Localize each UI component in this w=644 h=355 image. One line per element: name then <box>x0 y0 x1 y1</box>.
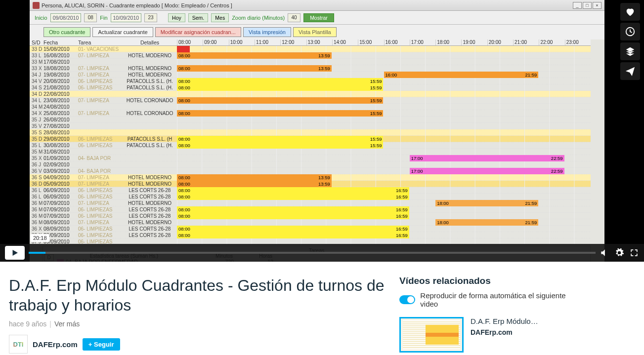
author-name[interactable]: DAFErp.com <box>33 340 78 349</box>
timeline-cell: 17:0022:59 <box>177 168 591 174</box>
schedule-row[interactable]: 35 V27/08/2010 <box>30 123 591 129</box>
timeline-hours: 08:0009:0010:0011:0012:0013:0014:0015:00… <box>177 39 591 45</box>
shift-bar[interactable]: 08:0016:59 <box>177 206 409 213</box>
schedule-row[interactable]: 33 L16/08/201007- LIMPIEZAHOTEL MODERNO0… <box>30 52 591 59</box>
autoplay-toggle[interactable] <box>399 295 415 304</box>
schedule-row[interactable]: 36 J02/09/2010 <box>30 161 591 168</box>
shift-bar[interactable]: 08:0016:59 <box>177 226 409 232</box>
tab-otro-cuadrante[interactable]: Otro cuadrante <box>43 27 90 37</box>
schedule-row[interactable]: 34 D22/08/2010 <box>30 91 591 97</box>
timeline-cell: 08:0015:59 <box>177 84 591 91</box>
shift-bar[interactable]: 08:0013:59 <box>177 181 332 187</box>
maximize-icon[interactable]: □ <box>583 2 592 9</box>
inicio-hour-select[interactable]: 08 <box>84 13 97 22</box>
schedule-row[interactable]: 35 D29/08/201006- LIMPIEZASPATACOLLS S.L… <box>30 136 591 142</box>
close-icon[interactable]: × <box>593 2 601 9</box>
watch-later-button[interactable] <box>620 23 640 40</box>
shift-bar[interactable]: 08:0016:59 <box>177 213 409 219</box>
shift-bar[interactable]: 08:0016:59 <box>177 232 409 238</box>
hoy-button[interactable]: Hoy <box>168 13 185 22</box>
shift-bar[interactable]: 08:0015:59 <box>177 142 383 149</box>
schedule-row[interactable]: 36 D05/09/201007- LIMPIEZAHOTEL MODERNO0… <box>30 181 591 187</box>
follow-button[interactable]: + Seguir <box>83 338 120 351</box>
tab-modificar[interactable]: Modificar asignación cuadran... <box>155 27 241 37</box>
collections-button[interactable] <box>620 42 640 60</box>
timeline-cell <box>177 104 591 110</box>
schedule-row[interactable]: 34 L23/08/201007- LIMPIEZAHOTEL CORONADO… <box>30 97 591 104</box>
tab-vista-plantilla[interactable]: Vista Plantilla <box>293 27 337 37</box>
schedule-row[interactable]: 36 V03/09/201004- BAJA POR17:0022:59 <box>30 168 591 174</box>
schedule-row[interactable]: 35 M31/08/2010 <box>30 149 591 155</box>
schedule-row[interactable]: 36 L06/09/201006- LIMPIEZASLES CORTS 26-… <box>30 187 591 194</box>
related-item[interactable]: D.A.F. Erp Módulo… DAFErp.com <box>399 317 577 353</box>
schedule-row[interactable]: 34 M24/08/2010 <box>30 104 591 110</box>
related-heading: Vídeos relacionados <box>399 276 577 286</box>
schedule-row[interactable]: 36 S04/09/201007- LIMPIEZAHOTEL MODERNO0… <box>30 174 591 181</box>
schedule-row[interactable]: 36 L06/09/201006- LIMPIEZASLES CORTS 26-… <box>30 194 591 200</box>
schedule-row[interactable]: 34 X25/08/201007- LIMPIEZAHOTEL CORONADO… <box>30 110 591 117</box>
schedule-row[interactable]: 36 M07/09/201006- LIMPIEZASLES CORTS 26-… <box>30 213 591 219</box>
shift-bar[interactable] <box>177 46 190 52</box>
shift-bar[interactable]: 08:0013:59 <box>177 65 332 72</box>
window-title: Persona, ALUCAI, SORIN - Cuadrante emple… <box>42 2 232 8</box>
shift-bar[interactable]: 08:0015:59 <box>177 136 383 142</box>
shift-bar[interactable]: 08:0013:59 <box>177 174 332 181</box>
shift-bar[interactable]: 17:0022:59 <box>410 168 564 174</box>
share-button[interactable] <box>620 62 640 80</box>
like-button[interactable] <box>620 3 640 21</box>
minimize-icon[interactable]: _ <box>573 2 582 9</box>
shift-bar[interactable]: 17:0022:59 <box>410 155 564 161</box>
col-tarea: Tarea <box>78 39 123 45</box>
mes-button[interactable]: Mes <box>211 13 229 22</box>
timeline-cell <box>177 117 591 123</box>
progress-bar[interactable] <box>29 252 596 254</box>
schedule-row[interactable]: 34 J19/08/201007- LIMPIEZAHOTEL MODERNO1… <box>30 72 591 78</box>
fin-hour-select[interactable]: 23 <box>144 13 157 22</box>
play-button[interactable] <box>5 246 25 260</box>
shift-bar[interactable]: 08:0015:59 <box>177 97 383 104</box>
shift-bar[interactable]: 08:0015:59 <box>177 84 383 91</box>
related-thumbnail <box>399 317 464 353</box>
schedule-row[interactable]: 36 X08/09/201006- LIMPIEZASLES CORTS 26-… <box>30 232 591 238</box>
schedule-row[interactable]: 36 M07/09/201007- LIMPIEZAHOTEL MODERNO1… <box>30 200 591 206</box>
shift-bar[interactable]: 18:0021:59 <box>435 219 538 226</box>
timeline-cell: 17:0022:59 <box>177 155 591 161</box>
tab-vista-impresion[interactable]: Vista impresión <box>243 27 291 37</box>
shift-bar[interactable]: 18:0021:59 <box>435 200 538 206</box>
shift-bar[interactable]: 08:0015:59 <box>177 110 383 117</box>
col-sd: S/D <box>30 39 43 45</box>
hour-label: 08:00 <box>177 39 203 45</box>
shift-bar[interactable]: 08:0016:59 <box>177 194 409 200</box>
tab-actualizar[interactable]: Actualizar cuadrante <box>92 27 153 37</box>
video-player: Persona, ALUCAI, SORIN - Cuadrante emple… <box>0 0 644 262</box>
schedule-row[interactable]: 36 M08/09/201007- LIMPIEZAHOTEL MODERNO1… <box>30 219 591 226</box>
shift-bar[interactable]: 08:0015:59 <box>177 78 383 84</box>
schedule-row[interactable]: 33 X18/08/201007- LIMPIEZAHOTEL MODERNO0… <box>30 65 591 72</box>
mostrar-button[interactable]: Mostrar <box>303 13 334 22</box>
schedule-row[interactable]: 33 M17/08/2010 <box>30 59 591 65</box>
schedule-row[interactable]: 35 L30/08/201006- LIMPIEZASPATACOLLS S.L… <box>30 142 591 149</box>
schedule-row[interactable]: 35 S28/08/2010 <box>30 129 591 136</box>
fullscreen-icon[interactable] <box>629 248 639 258</box>
related-author: DAFErp.com <box>471 328 538 336</box>
inicio-date-input[interactable]: 09/08/2010 <box>50 13 82 22</box>
hour-label: 18:00 <box>435 39 461 45</box>
video-overlay-actions <box>620 3 640 80</box>
zoom-select[interactable]: 40 <box>288 13 301 22</box>
see-more-link[interactable]: Ver más <box>54 320 80 328</box>
schedule-row[interactable]: 36 X08/09/201006- LIMPIEZASLES CORTS 26-… <box>30 226 591 232</box>
sem-button[interactable]: Sem. <box>188 13 209 22</box>
schedule-row[interactable]: 36 M07/09/201006- LIMPIEZASLES CORTS 26-… <box>30 206 591 213</box>
shift-bar[interactable]: 16:0021:59 <box>384 72 539 78</box>
schedule-row[interactable]: 34 S21/08/201006- LIMPIEZASPATACOLLS S.L… <box>30 84 591 91</box>
schedule-row[interactable]: 34 V20/08/201006- LIMPIEZASPATACOLLS S.L… <box>30 78 591 84</box>
schedule-row[interactable]: 35 X01/09/201004- BAJA POR17:0022:59 <box>30 155 591 161</box>
shift-bar[interactable]: 08:0016:59 <box>177 187 409 194</box>
shift-bar[interactable]: 08:0013:59 <box>177 52 332 59</box>
settings-icon[interactable] <box>614 248 624 258</box>
fin-date-input[interactable]: 10/09/2010 <box>111 13 142 22</box>
schedule-row[interactable]: 35 J26/08/2010 <box>30 117 591 123</box>
volume-icon[interactable] <box>600 248 609 258</box>
author-avatar[interactable]: DTI <box>9 335 28 354</box>
schedule-row[interactable]: 33 D15/08/201001- VACACIONES <box>30 46 591 52</box>
